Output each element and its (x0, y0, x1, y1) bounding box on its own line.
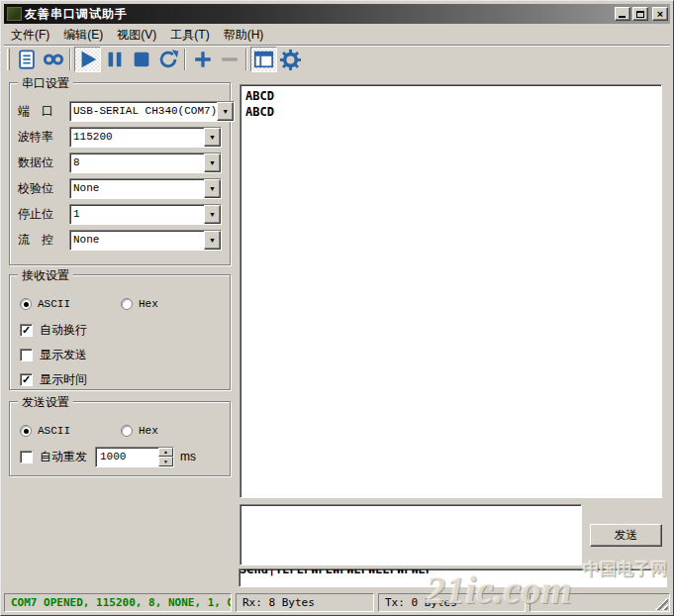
show-send-row: 显示发送 (20, 346, 222, 363)
send-settings-group: 发送设置 ASCII Hex 自动重发 1000 ▲ ▼ ms (9, 401, 231, 476)
port-settings-title: 串口设置 (18, 75, 73, 92)
app-icon (7, 7, 22, 21)
refresh-icon (157, 49, 179, 70)
auto-linewrap-row: 自动换行 (20, 321, 222, 339)
menu-view[interactable]: 视图(V) (110, 25, 163, 46)
spin-down-icon[interactable]: ▼ (158, 457, 173, 466)
toolbar-grip[interactable] (7, 49, 10, 70)
auto-resend-row: 自动重发 1000 ▲ ▼ ms (20, 448, 222, 465)
settings-button[interactable] (277, 47, 304, 72)
statusbar-spacer-panel (530, 593, 670, 612)
interval-unit-label: ms (180, 450, 196, 463)
send-input-area[interactable] (240, 504, 582, 565)
databits-row: 数据位 8 ▼ (18, 153, 222, 173)
port-row: 端 口 USB-SERIAL CH340(COM7) ▼ (18, 101, 222, 122)
refresh-button[interactable] (154, 47, 181, 72)
flowcontrol-value: None (70, 231, 204, 250)
send-history-text: Send|TEFEFWFEWFWEFWEEFWFWEF (240, 568, 666, 576)
stop-button[interactable] (128, 47, 154, 72)
databits-label: 数据位 (18, 154, 69, 171)
stopbits-select[interactable]: 1 ▼ (69, 204, 222, 225)
auto-linewrap-label: 自动换行 (40, 322, 87, 339)
show-send-checkbox[interactable] (20, 349, 33, 361)
maximize-button[interactable] (632, 7, 648, 21)
receive-ascii-label: ASCII (38, 298, 70, 310)
send-settings-title: 发送设置 (18, 394, 73, 411)
record-icon (42, 49, 65, 70)
databits-value: 8 (70, 154, 204, 172)
port-status-panel: COM7 OPENED, 115200, 8, NONE, 1, OFF (4, 593, 232, 612)
new-file-icon (16, 49, 38, 70)
statusbar: COM7 OPENED, 115200, 8, NONE, 1, OFF Rx:… (4, 592, 670, 613)
close-button[interactable]: × (652, 7, 668, 21)
port-label: 端 口 (18, 103, 69, 120)
stop-icon (131, 49, 152, 70)
stopbits-value: 1 (70, 205, 204, 224)
spin-up-icon[interactable]: ▲ (158, 448, 173, 458)
gear-icon (279, 49, 302, 71)
pause-button[interactable] (101, 47, 128, 72)
show-time-label: 显示时间 (40, 371, 87, 388)
receive-display-area[interactable]: ABCD ABCD (240, 84, 662, 498)
toolbar-separator (69, 49, 71, 70)
toolbar-separator (184, 49, 186, 70)
receive-format-radios: ASCII Hex (20, 295, 222, 313)
play-button[interactable] (74, 47, 101, 72)
send-history-bar[interactable]: Send|TEFEFWFEWFWEFWEEFWFWEF (239, 568, 667, 587)
receive-ascii-radio[interactable] (20, 298, 32, 310)
resend-interval-stepper[interactable]: 1000 ▲ ▼ (95, 447, 174, 467)
auto-resend-label: 自动重发 (40, 449, 87, 465)
flowcontrol-row: 流 控 None ▼ (18, 230, 222, 251)
chevron-down-icon[interactable]: ▼ (204, 205, 221, 224)
send-hex-radio[interactable] (121, 425, 133, 437)
menu-tools[interactable]: 工具(T) (163, 25, 216, 46)
minimize-button[interactable] (615, 7, 630, 21)
baudrate-value: 115200 (70, 128, 204, 147)
baudrate-select[interactable]: 115200 ▼ (69, 127, 222, 148)
send-ascii-label: ASCII (38, 425, 70, 437)
show-send-label: 显示发送 (40, 347, 87, 363)
resize-grip[interactable] (655, 597, 668, 610)
panels-button[interactable] (250, 47, 277, 72)
parity-row: 校验位 None ▼ (18, 178, 222, 199)
chevron-down-icon[interactable]: ▼ (204, 231, 221, 250)
send-hex-label: Hex (139, 425, 158, 437)
send-button[interactable]: 发送 (590, 524, 662, 547)
databits-select[interactable]: 8 ▼ (69, 153, 222, 173)
receive-settings-title: 接收设置 (18, 267, 73, 284)
receive-hex-radio[interactable] (121, 298, 133, 310)
chevron-down-icon[interactable]: ▼ (217, 102, 234, 121)
resend-interval-value: 1000 (96, 448, 158, 466)
chevron-down-icon[interactable]: ▼ (204, 179, 221, 198)
baudrate-row: 波特率 115200 ▼ (18, 127, 222, 148)
chevron-down-icon[interactable]: ▼ (204, 154, 221, 172)
parity-select[interactable]: None ▼ (69, 178, 222, 199)
send-format-radios: ASCII Hex (20, 422, 222, 440)
parity-label: 校验位 (18, 180, 69, 197)
auto-linewrap-checkbox[interactable] (20, 324, 33, 337)
tx-bytes-panel: Tx: 0 Bytes (378, 593, 526, 612)
toolbar (4, 45, 670, 73)
pause-icon (104, 49, 126, 70)
port-settings-group: 串口设置 端 口 USB-SERIAL CH340(COM7) ▼ 波特率 11… (9, 82, 231, 265)
menu-help[interactable]: 帮助(H) (217, 25, 271, 46)
menu-edit[interactable]: 编辑(E) (56, 25, 110, 46)
receive-hex-label: Hex (139, 298, 158, 310)
send-ascii-radio[interactable] (20, 425, 32, 437)
flowcontrol-select[interactable]: None ▼ (69, 230, 222, 251)
show-time-row: 显示时间 (20, 370, 222, 388)
auto-resend-checkbox[interactable] (20, 451, 33, 463)
chevron-down-icon[interactable]: ▼ (204, 128, 221, 147)
titlebar: 友善串口调试助手 × (4, 4, 670, 24)
app-window: 友善串口调试助手 × 文件(F) 编辑(E) 视图(V) 工具(T) 帮助(H) (0, 0, 674, 616)
port-select[interactable]: USB-SERIAL CH340(COM7) ▼ (69, 101, 235, 122)
minimize-icon (619, 16, 626, 18)
parity-value: None (70, 179, 204, 198)
new-file-button[interactable] (13, 47, 40, 72)
zoom-in-button[interactable] (189, 47, 216, 72)
zoom-out-button[interactable] (216, 47, 242, 72)
show-time-checkbox[interactable] (20, 373, 33, 386)
toolbar-separator (245, 49, 247, 70)
record-button[interactable] (40, 47, 66, 72)
menu-file[interactable]: 文件(F) (4, 25, 56, 46)
